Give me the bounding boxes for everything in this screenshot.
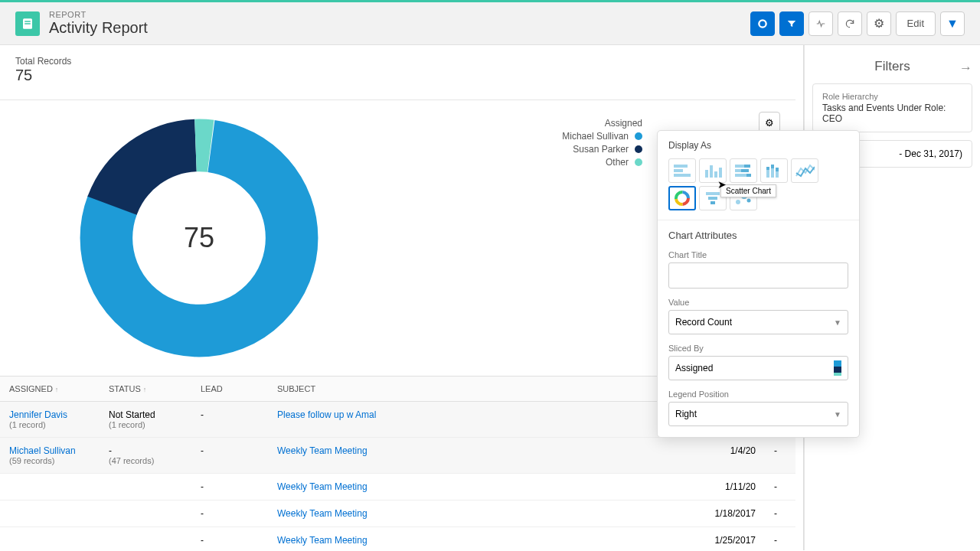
chart-settings-popover: Display As ➤ Scatter Chart Chart Attribu… — [657, 130, 860, 438]
svg-rect-1 — [24, 21, 31, 22]
chart-type-stacked-v[interactable] — [760, 158, 788, 183]
chart-type-stacked-h[interactable] — [730, 158, 757, 183]
chart-toggle-button[interactable] — [750, 11, 775, 36]
object-type: REPORT — [49, 10, 148, 19]
svg-rect-14 — [735, 165, 744, 168]
value-select[interactable]: Record Count▼ — [668, 310, 848, 334]
pulse-icon[interactable] — [808, 11, 833, 36]
legend-position-select[interactable]: Right▼ — [668, 402, 848, 426]
svg-rect-16 — [735, 169, 741, 172]
svg-rect-23 — [771, 165, 774, 168]
svg-rect-13 — [719, 168, 722, 178]
filter-button[interactable] — [779, 11, 804, 36]
chart-type-tooltip: Scatter Chart — [720, 184, 776, 197]
svg-rect-32 — [710, 201, 715, 204]
svg-rect-11 — [710, 165, 713, 178]
chart-type-donut[interactable] — [668, 186, 696, 210]
svg-rect-20 — [766, 170, 769, 178]
filters-heading: Filters → — [812, 54, 972, 83]
chart-type-bar-h[interactable] — [668, 158, 696, 183]
refresh-button[interactable] — [838, 11, 862, 36]
table-row[interactable]: -Weekly Team Meeting1/25/2017- — [0, 527, 795, 550]
col-status[interactable]: STATUS↑ — [100, 377, 191, 401]
table-row[interactable]: Michael Sullivan(59 records)-(47 records… — [0, 438, 795, 474]
svg-rect-30 — [706, 192, 720, 195]
expand-icon[interactable]: → — [959, 60, 972, 76]
svg-rect-19 — [746, 174, 751, 177]
total-label: Total Records — [15, 56, 780, 67]
donut-center-value: 75 — [184, 222, 214, 254]
page-title: Activity Report — [49, 19, 148, 37]
svg-rect-24 — [776, 171, 779, 178]
dropdown-button[interactable]: ▼ — [940, 11, 965, 36]
chart-legend: Assigned Michael Sullivan Susan Parker O… — [562, 116, 642, 170]
col-subject[interactable]: SUBJECT — [268, 377, 673, 401]
svg-rect-17 — [741, 169, 749, 172]
svg-rect-12 — [714, 171, 717, 178]
sliced-by-select[interactable]: Assigned — [668, 356, 848, 380]
report-icon — [15, 11, 40, 36]
svg-rect-8 — [674, 169, 683, 172]
col-assigned[interactable]: ASSIGNED↑ — [0, 377, 100, 401]
filter-role[interactable]: Role Hierarchy Tasks and Events Under Ro… — [812, 83, 972, 132]
svg-rect-9 — [674, 174, 691, 177]
svg-point-35 — [747, 199, 751, 203]
table-row[interactable]: -Weekly Team Meeting1/11/20- — [0, 474, 795, 500]
svg-rect-21 — [766, 167, 769, 170]
total-value: 75 — [15, 67, 780, 84]
svg-rect-31 — [708, 197, 717, 200]
chart-type-line[interactable] — [791, 158, 818, 183]
report-header: REPORT Activity Report ⚙ Edit ▼ — [0, 2, 980, 45]
svg-rect-10 — [705, 170, 708, 178]
svg-rect-2 — [24, 23, 31, 24]
svg-rect-7 — [674, 165, 688, 168]
chart-type-bar-v[interactable] — [699, 158, 727, 183]
table-row[interactable]: -Weekly Team Meeting1/18/2017- — [0, 500, 795, 527]
donut-chart: 75 — [77, 116, 322, 360]
edit-button[interactable]: Edit — [896, 11, 936, 36]
chart-attributes-heading: Chart Attributes — [658, 220, 859, 244]
display-as-label: Display As — [668, 140, 848, 151]
svg-rect-18 — [735, 174, 746, 177]
col-lead[interactable]: LEAD — [191, 377, 268, 401]
chart-title-input[interactable] — [668, 262, 848, 289]
svg-rect-15 — [744, 165, 750, 168]
svg-point-3 — [759, 20, 766, 27]
svg-rect-22 — [771, 168, 774, 178]
settings-icon[interactable]: ⚙ — [867, 11, 891, 36]
svg-rect-25 — [776, 168, 779, 171]
svg-point-33 — [736, 200, 740, 204]
